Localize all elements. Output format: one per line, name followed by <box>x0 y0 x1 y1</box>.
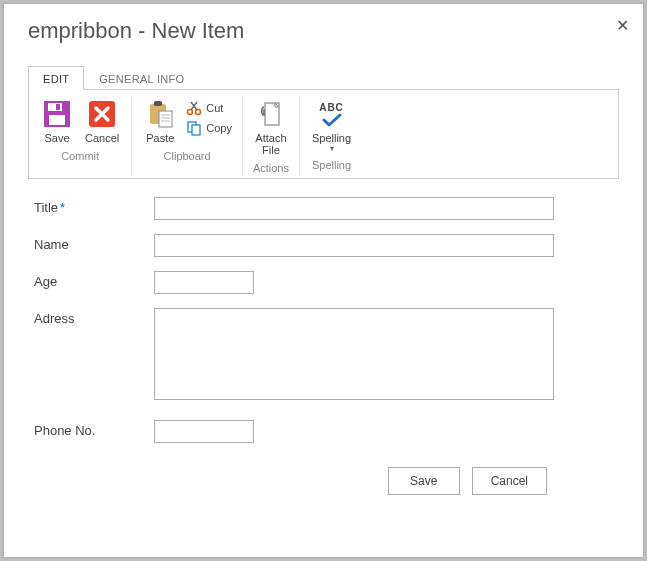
paste-icon <box>144 98 176 130</box>
form-area: Title* Name Age Adress Phone No. <box>4 179 643 443</box>
group-label-actions: Actions <box>253 162 289 174</box>
ribbon-group-actions: Attach File Actions <box>243 96 300 176</box>
save-icon <box>41 98 73 130</box>
cancel-button[interactable]: Cancel <box>79 96 125 146</box>
group-label-spelling: Spelling <box>312 159 351 171</box>
spelling-icon: ABC <box>316 98 348 130</box>
phone-input[interactable] <box>154 420 254 443</box>
ribbon-group-clipboard: Paste Cut <box>132 96 243 176</box>
svg-rect-14 <box>192 125 200 135</box>
spelling-label: Spelling <box>312 132 351 144</box>
age-input[interactable] <box>154 271 254 294</box>
address-input[interactable] <box>154 308 554 400</box>
form-save-button[interactable]: Save <box>388 467 460 495</box>
svg-rect-7 <box>159 111 172 127</box>
phone-label: Phone No. <box>34 420 154 438</box>
cut-label: Cut <box>206 102 223 114</box>
attach-file-button[interactable]: Attach File <box>249 96 293 158</box>
ribbon: Save Cancel Commit <box>28 89 619 179</box>
dialog-button-row: Save Cancel <box>4 457 643 495</box>
attach-file-icon <box>255 98 287 130</box>
title-label: Title* <box>34 197 154 215</box>
paste-button[interactable]: Paste <box>138 96 182 146</box>
copy-button[interactable]: Copy <box>186 118 232 138</box>
tab-edit[interactable]: EDIT <box>28 66 84 90</box>
name-label: Name <box>34 234 154 252</box>
address-label: Adress <box>34 308 154 326</box>
tab-general-info[interactable]: GENERAL INFO <box>84 66 199 90</box>
ribbon-tabs: EDIT GENERAL INFO <box>28 66 619 89</box>
close-icon[interactable]: ✕ <box>616 16 629 35</box>
attach-file-label: Attach File <box>255 132 286 156</box>
cancel-label: Cancel <box>85 132 119 144</box>
save-button[interactable]: Save <box>35 96 79 146</box>
dialog-title: empribbon - New Item <box>4 4 643 66</box>
svg-rect-2 <box>56 104 60 110</box>
ribbon-group-spelling: ABC Spelling ▾ Spelling <box>300 96 363 176</box>
group-label-commit: Commit <box>61 150 99 162</box>
spelling-button[interactable]: ABC Spelling ▾ <box>306 96 357 155</box>
cancel-icon <box>86 98 118 130</box>
ribbon-group-commit: Save Cancel Commit <box>29 96 132 176</box>
dialog-window: ✕ empribbon - New Item EDIT GENERAL INFO <box>4 4 643 557</box>
cut-icon <box>186 100 202 116</box>
cut-button[interactable]: Cut <box>186 98 223 118</box>
clipboard-small-actions: Cut Copy <box>182 96 236 140</box>
paste-label: Paste <box>146 132 174 144</box>
title-input[interactable] <box>154 197 554 220</box>
svg-rect-3 <box>49 115 65 125</box>
form-cancel-button[interactable]: Cancel <box>472 467 547 495</box>
save-label: Save <box>44 132 69 144</box>
copy-label: Copy <box>206 122 232 134</box>
name-input[interactable] <box>154 234 554 257</box>
svg-rect-6 <box>154 101 162 106</box>
copy-icon <box>186 120 202 136</box>
group-label-clipboard: Clipboard <box>164 150 211 162</box>
chevron-down-icon: ▾ <box>330 145 334 153</box>
age-label: Age <box>34 271 154 289</box>
